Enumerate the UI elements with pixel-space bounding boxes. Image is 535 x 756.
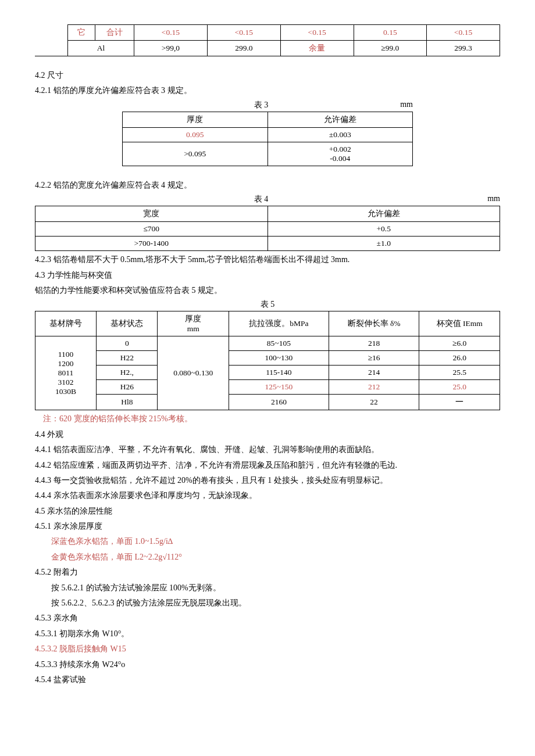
cell: 合计	[95, 25, 134, 41]
table5-note: 注：620 宽度的铝箔伸长率按 215%考核。	[43, 413, 500, 425]
section-4-2-1: 4.2.1 铝箔的厚度允许偏差应符合表 3 规定。	[35, 84, 500, 97]
section-4-4: 4.4 外观	[35, 428, 500, 441]
section-4-5-4: 4.5.4 盐雾试验	[35, 673, 500, 686]
cell: <0.15	[427, 25, 500, 41]
section-4-3-intro: 铝箔的力学性能要求和杯突试验值应符合表 5 规定。	[35, 284, 500, 297]
table5: 基材牌号 基材状态 厚度mm 抗拉强度。bMPa 断裂伸长率 δ% 杯突值 IE…	[35, 311, 500, 410]
cell: 它	[68, 25, 95, 41]
p-4-4-4: 4.4.4 亲水箔表面亲水涂层要求色泽和厚度均匀，无缺涂现象。	[35, 489, 500, 502]
cell: +0.002-0.004	[268, 142, 413, 166]
p-4-4-3: 4.4.3 每一交货验收批铝箔，允许不超过 20%的卷有接头，且只有 1 处接头…	[35, 474, 500, 487]
cell: 85~105	[229, 336, 329, 351]
cell: H26	[97, 380, 158, 395]
th: 基材状态	[97, 311, 158, 336]
table4: 宽度允许偏差 ≤700+0.5 >700-1400±1.0	[35, 206, 500, 251]
table4-unit: mm	[487, 194, 500, 205]
th: 允许偏差	[268, 206, 500, 222]
cell: +0.5	[268, 222, 500, 237]
section-4-2-2: 4.2.2 铝箔的宽度允许偏差应符合表 4 规定。	[35, 179, 500, 192]
section-4-5-2: 4.5.2 附着力	[35, 566, 500, 579]
cell: 214	[329, 366, 419, 380]
p-4-4-2: 4.4.2 铝箔应缠紧，端面及两切边平齐、洁净，不允许有滑层现象及压陷和脏污，但…	[35, 459, 500, 472]
cell: >700-1400	[35, 237, 268, 251]
cell: 0.095	[123, 127, 268, 142]
cell: ≥99.0	[354, 41, 426, 56]
p-4-4-1: 4.4.1 铝箔表面应洁净、平整，不允许有氧化、腐蚀、开缝、起皱、孔洞等影响使用…	[35, 443, 500, 456]
cell: 299.0	[207, 41, 280, 56]
cell: 25.5	[419, 366, 500, 380]
table4-caption: 表 4	[35, 194, 487, 205]
cell: 2160	[229, 395, 329, 410]
cell: 100~130	[229, 351, 329, 366]
section-4-5-1: 4.5.1 亲水涂层厚度	[35, 520, 500, 533]
angle-1: 4.5.3.1 初期亲水角 W10°。	[35, 628, 500, 640]
cell: >99,0	[134, 41, 208, 56]
section-4-2: 4.2 尺寸	[35, 69, 500, 82]
section-4-5: 4.5 亲水箔的涂层性能	[35, 505, 500, 518]
cell: Hl8	[97, 395, 158, 410]
th: 断裂伸长率 δ%	[329, 311, 419, 336]
th: 允许偏差	[268, 112, 413, 127]
cell: 218	[329, 336, 419, 351]
coating-gold: 金黄色亲水铝箔，单面 L2~2.2g√112°	[35, 551, 500, 564]
section-4-2-3: 4.2.3 铝箔卷错层不大于 0.5mm,塔形不大于 5mm,芯子管比铝箔卷端面…	[35, 253, 500, 266]
cell: 22	[329, 395, 419, 410]
cell: 0	[97, 336, 158, 351]
cell: 26.0	[419, 351, 500, 366]
cell: 0.080~0.130	[158, 336, 229, 410]
cell: 299.3	[427, 41, 500, 56]
cell: 0.15	[354, 25, 426, 41]
cell: ±1.0	[268, 237, 500, 251]
cell: ±0.003	[268, 127, 413, 142]
section-4-5-3: 4.5.3 亲水角	[35, 612, 500, 625]
cell: H2.,	[97, 366, 158, 380]
cell: 25.0	[419, 380, 500, 395]
table5-caption: 表 5	[35, 299, 500, 310]
cell: <0.15	[134, 25, 208, 41]
table3-unit: mm	[400, 100, 413, 110]
cell: >0.095	[123, 142, 268, 166]
th: 杯突值 IEmm	[419, 311, 500, 336]
cell: 212	[329, 380, 419, 395]
th: 基材牌号	[35, 311, 97, 336]
cell: 一	[419, 395, 500, 410]
table3: 厚度允许偏差 0.095±0.003 >0.095+0.002-0.004	[122, 112, 413, 166]
cell: 125~150	[229, 380, 329, 395]
adhesion-2: 按 5.6.2.2、5.6.2.3 的试验方法涂层应无脱层现象出现。	[35, 597, 500, 610]
angle-3: 4.5.3.3 持续亲水角 W24°o	[35, 658, 500, 671]
cell: <0.15	[207, 25, 280, 41]
cell: 115-140	[229, 366, 329, 380]
section-4-3: 4.3 力学性能与杯突值	[35, 269, 500, 282]
table3-caption: 表 3	[122, 100, 400, 110]
cell: ≥6.0	[419, 336, 500, 351]
cell: ≤700	[35, 222, 268, 237]
cell: 余量	[280, 41, 354, 56]
th: 厚度mm	[158, 311, 229, 336]
th: 宽度	[35, 206, 268, 222]
th: 抗拉强度。bMPa	[229, 311, 329, 336]
adhesion-1: 按 5.6.2.1 的试验方法试验涂层应 100%无剥落。	[35, 582, 500, 594]
top-table: 它 合计 <0.15 <0.15 <0.15 0.15 <0.15 Al >99…	[35, 24, 500, 56]
models-cell: 11001200801131021030B	[35, 336, 97, 410]
coating-blue: 深蓝色亲水铝箔，单面 1.0~1.5g/i∆	[35, 535, 500, 548]
cell: Al	[68, 41, 134, 56]
angle-2: 4.5.3.2 脱脂后接触角 W15	[35, 643, 500, 655]
cell: ≥16	[329, 351, 419, 366]
cell: H22	[97, 351, 158, 366]
cell: <0.15	[280, 25, 354, 41]
th: 厚度	[123, 112, 268, 127]
